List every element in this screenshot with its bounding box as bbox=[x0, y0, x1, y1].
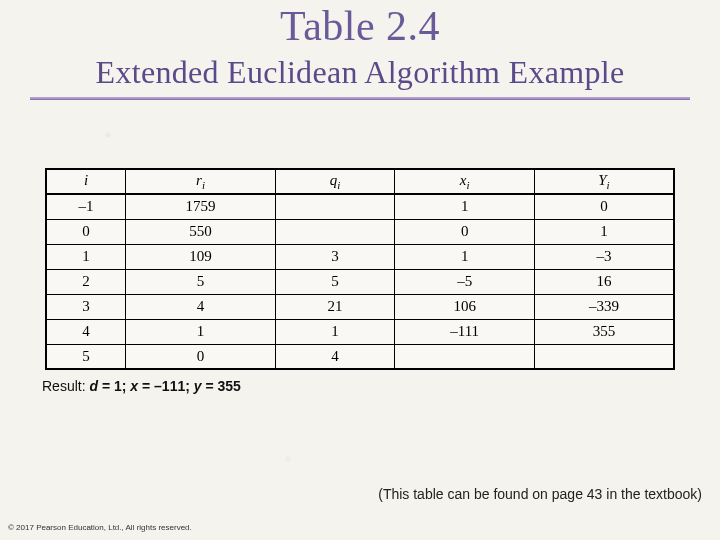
cell: 4 bbox=[126, 294, 276, 319]
cell: –339 bbox=[534, 294, 674, 319]
cell: 3 bbox=[46, 294, 126, 319]
cell: 550 bbox=[126, 219, 276, 244]
euclidean-table: i ri qi xi Yi –1 1759 1 0 0 550 bbox=[45, 168, 675, 370]
cell: 1 bbox=[126, 319, 276, 344]
table-caption: (This table can be found on page 43 in t… bbox=[378, 486, 702, 502]
col-header-r: ri bbox=[126, 169, 276, 194]
col-header-q: qi bbox=[275, 169, 395, 194]
cell: 355 bbox=[534, 319, 674, 344]
col-header-x: xi bbox=[395, 169, 535, 194]
cell: 21 bbox=[275, 294, 395, 319]
cell: 4 bbox=[275, 344, 395, 369]
cell: 5 bbox=[126, 269, 276, 294]
page-subtitle: Extended Euclidean Algorithm Example bbox=[0, 54, 720, 91]
cell bbox=[275, 194, 395, 219]
col-header-y: Yi bbox=[534, 169, 674, 194]
cell: 5 bbox=[46, 344, 126, 369]
cell: 1 bbox=[395, 244, 535, 269]
table-row: 4 1 1 –111 355 bbox=[46, 319, 674, 344]
cell bbox=[534, 344, 674, 369]
table-body: –1 1759 1 0 0 550 0 1 1 109 3 1 bbox=[46, 194, 674, 369]
cell: –3 bbox=[534, 244, 674, 269]
table-row: 1 109 3 1 –3 bbox=[46, 244, 674, 269]
cell: –1 bbox=[46, 194, 126, 219]
cell bbox=[275, 219, 395, 244]
copyright-notice: © 2017 Pearson Education, Ltd., All righ… bbox=[8, 523, 192, 532]
cell: –111 bbox=[395, 319, 535, 344]
cell: 0 bbox=[534, 194, 674, 219]
table-row: 0 550 0 1 bbox=[46, 219, 674, 244]
cell: 106 bbox=[395, 294, 535, 319]
slide-content: Table 2.4 Extended Euclidean Algorithm E… bbox=[0, 0, 720, 540]
cell: –5 bbox=[395, 269, 535, 294]
page-title: Table 2.4 bbox=[0, 0, 720, 50]
table-container: i ri qi xi Yi –1 1759 1 0 0 550 bbox=[45, 168, 675, 370]
cell: 2 bbox=[46, 269, 126, 294]
col-header-i: i bbox=[46, 169, 126, 194]
cell: 0 bbox=[126, 344, 276, 369]
cell: 0 bbox=[395, 219, 535, 244]
title-underline bbox=[30, 97, 690, 100]
cell: 4 bbox=[46, 319, 126, 344]
table-row: 5 0 4 bbox=[46, 344, 674, 369]
table-row: 2 5 5 –5 16 bbox=[46, 269, 674, 294]
table-row: 3 4 21 106 –339 bbox=[46, 294, 674, 319]
cell: 109 bbox=[126, 244, 276, 269]
table-header-row: i ri qi xi Yi bbox=[46, 169, 674, 194]
cell: 3 bbox=[275, 244, 395, 269]
result-line: Result: d = 1; x = –111; y = 355 bbox=[42, 378, 720, 394]
cell: 16 bbox=[534, 269, 674, 294]
cell: 1 bbox=[534, 219, 674, 244]
cell bbox=[395, 344, 535, 369]
cell: 0 bbox=[46, 219, 126, 244]
cell: 1759 bbox=[126, 194, 276, 219]
cell: 1 bbox=[275, 319, 395, 344]
cell: 5 bbox=[275, 269, 395, 294]
cell: 1 bbox=[46, 244, 126, 269]
table-row: –1 1759 1 0 bbox=[46, 194, 674, 219]
cell: 1 bbox=[395, 194, 535, 219]
